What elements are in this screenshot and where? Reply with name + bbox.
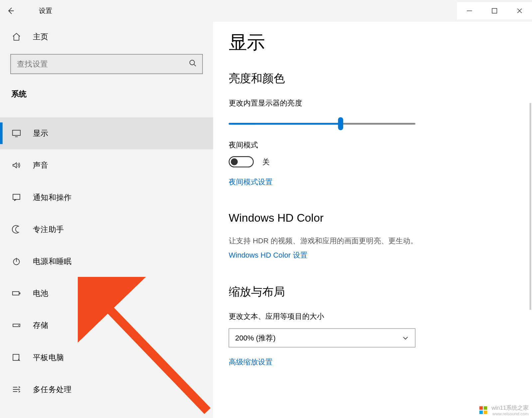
watermark: win11系统之家 www.relsound.com — [478, 404, 529, 416]
power-icon — [11, 257, 22, 266]
sidebar-item-display[interactable]: 显示 — [0, 117, 213, 149]
storage-icon — [11, 320, 22, 330]
titlebar: 设置 — [0, 0, 532, 22]
home-label: 主页 — [33, 32, 49, 42]
sidebar-item-tablet[interactable]: 平板电脑 — [0, 341, 213, 373]
brightness-slider[interactable] — [229, 119, 416, 128]
page-title: 显示 — [229, 30, 517, 55]
sidebar-item-notifications[interactable]: 通知和操作 — [0, 181, 213, 213]
scale-value: 200% (推荐) — [235, 333, 276, 343]
display-icon — [11, 128, 22, 138]
sidebar-item-label: 平板电脑 — [33, 352, 64, 362]
scale-select[interactable]: 200% (推荐) — [229, 328, 416, 347]
section-brightness: 亮度和颜色 — [229, 71, 517, 86]
hdcolor-settings-link[interactable]: Windows HD Color 设置 — [229, 250, 517, 260]
brightness-label: 更改内置显示器的亮度 — [229, 98, 517, 108]
svg-rect-1 — [492, 8, 497, 13]
nightmode-label: 夜间模式 — [229, 140, 517, 150]
sidebar-item-multitask[interactable]: 多任务处理 — [0, 373, 213, 405]
svg-point-2 — [190, 60, 195, 65]
battery-icon — [11, 289, 22, 298]
home-link[interactable]: 主页 — [0, 22, 213, 42]
back-button[interactable] — [0, 0, 22, 22]
sidebar-item-sound[interactable]: 声音 — [0, 149, 213, 181]
sound-icon — [11, 160, 22, 170]
sidebar-item-label: 声音 — [33, 160, 49, 170]
svg-rect-18 — [479, 406, 483, 410]
scale-label: 更改文本、应用等项目的大小 — [229, 312, 517, 321]
svg-rect-10 — [19, 293, 20, 294]
sidebar: 主页 系统 显示 声音 通知和操作 专注助手 — [0, 22, 213, 418]
svg-rect-21 — [484, 411, 487, 414]
window-controls — [457, 2, 532, 20]
home-icon — [11, 32, 22, 42]
svg-rect-9 — [13, 292, 19, 295]
search-field[interactable] — [10, 54, 202, 74]
sidebar-item-label: 存储 — [33, 320, 49, 330]
multitask-icon — [11, 385, 22, 394]
watermark-url: www.relsound.com — [491, 412, 529, 416]
nightmode-state: 关 — [262, 157, 270, 167]
watermark-text: win11系统之家 — [491, 405, 529, 411]
sidebar-item-label: 专注助手 — [33, 224, 64, 234]
svg-point-12 — [18, 325, 19, 326]
svg-rect-13 — [13, 354, 19, 360]
search-input[interactable] — [10, 54, 202, 74]
sidebar-item-label: 通知和操作 — [33, 192, 72, 202]
maximize-button[interactable] — [482, 2, 507, 20]
window-title: 设置 — [22, 7, 52, 15]
close-icon — [517, 8, 523, 14]
arrow-left-icon — [7, 7, 15, 15]
hdcolor-desc: 让支持 HDR 的视频、游戏和应用的画面更明亮、更生动。 — [229, 236, 517, 246]
slider-thumb[interactable] — [338, 117, 343, 130]
sidebar-item-label: 电源和睡眠 — [33, 256, 72, 267]
main-panel: 显示 亮度和颜色 更改内置显示器的亮度 夜间模式 关 夜间模式设置 Window… — [213, 22, 532, 418]
advanced-scale-link[interactable]: 高级缩放设置 — [229, 357, 517, 367]
nightmode-settings-link[interactable]: 夜间模式设置 — [229, 177, 517, 187]
focus-icon — [11, 225, 22, 234]
sidebar-item-battery[interactable]: 电池 — [0, 277, 213, 309]
svg-rect-4 — [13, 130, 20, 135]
section-scale: 缩放与布局 — [229, 284, 517, 300]
notification-icon — [11, 193, 22, 202]
maximize-icon — [491, 8, 497, 14]
minimize-icon — [466, 8, 472, 14]
sidebar-item-storage[interactable]: 存储 — [0, 309, 213, 341]
nav-list: 显示 声音 通知和操作 专注助手 电源和睡眠 电池 — [0, 117, 213, 405]
svg-line-3 — [194, 65, 196, 66]
watermark-logo-icon — [478, 405, 488, 415]
sidebar-item-power[interactable]: 电源和睡眠 — [0, 245, 213, 277]
tablet-icon — [11, 353, 22, 362]
scrollbar[interactable] — [530, 103, 531, 310]
section-hdcolor: Windows HD Color — [229, 211, 517, 224]
section-heading: 系统 — [0, 74, 213, 99]
minimize-button[interactable] — [457, 2, 482, 20]
close-button[interactable] — [507, 2, 532, 20]
svg-rect-19 — [484, 406, 487, 410]
svg-rect-20 — [479, 411, 483, 414]
toggle-knob — [231, 158, 238, 165]
sidebar-item-label: 显示 — [33, 128, 49, 138]
slider-fill — [229, 123, 341, 124]
chevron-down-icon — [402, 334, 409, 341]
sidebar-item-label: 电池 — [33, 288, 49, 299]
search-icon — [189, 59, 197, 69]
sidebar-item-label: 多任务处理 — [33, 384, 72, 394]
nightmode-toggle[interactable] — [229, 156, 254, 167]
sidebar-item-focus[interactable]: 专注助手 — [0, 213, 213, 245]
svg-rect-6 — [13, 194, 20, 200]
